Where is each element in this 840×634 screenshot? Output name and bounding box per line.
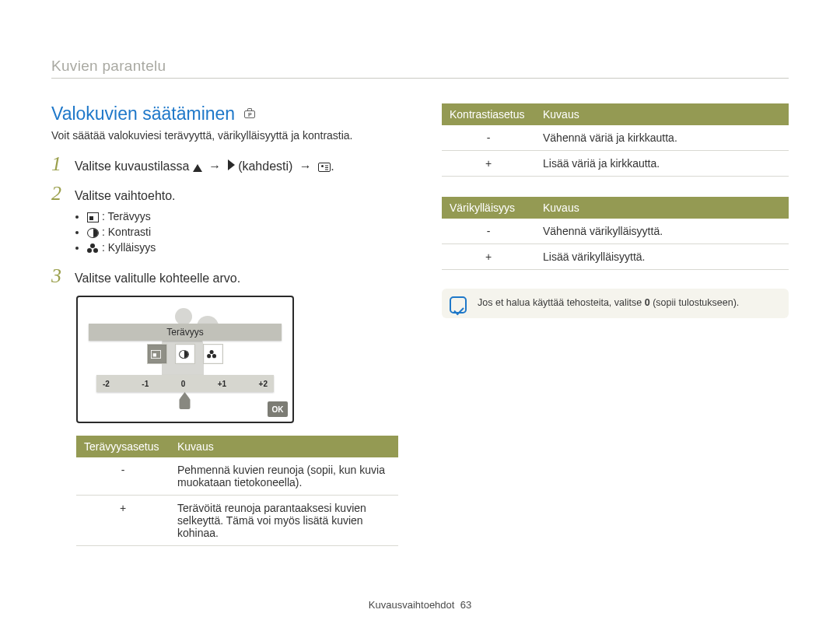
cell-sym: + [442, 151, 535, 177]
table-row: - Pehmennä kuvien reunoja (sopii, kun ku… [76, 457, 398, 496]
table-header-row: Kontrastiasetus Kuvaus [442, 103, 789, 125]
bullet-label: : Terävyys [102, 210, 151, 222]
note-check-icon [450, 296, 467, 313]
table-row: - Vähennä väriä ja kirkkautta. [442, 125, 789, 151]
arrow-icon: → [299, 159, 312, 173]
columns: Valokuvien säätäminen P Voit säätää valo… [51, 103, 789, 546]
menu-up-icon [193, 164, 202, 172]
scale-p1: +1 [218, 380, 226, 388]
step-number: 1 [51, 152, 67, 176]
saturation-icon [87, 243, 99, 254]
right-column: Kontrastiasetus Kuvaus - Vähennä väriä j… [442, 103, 789, 546]
screen-tab-contrast[interactable] [175, 344, 195, 364]
table-row: + Terävöitä reunoja parantaaksesi kuvien… [76, 496, 398, 546]
cell-desc: Vähennä väriä ja kirkkautta. [535, 125, 789, 151]
scale-pointer[interactable] [180, 392, 191, 409]
step1-period: . [331, 159, 334, 173]
camera-screen-mock: Terävyys .icon-tile.sel .sharp-sq::after… [76, 296, 294, 423]
bullet-label: : Kontrasti [102, 226, 151, 238]
cell-desc: Lisää väriä ja kirkkautta. [535, 151, 789, 177]
cell-desc: Lisää värikylläisyyttä. [535, 244, 789, 270]
screen-title-bar: Terävyys [89, 324, 282, 341]
sharpness-icon: .icon-tile.sel .sharp-sq::after{backgrou… [151, 349, 161, 358]
sharpness-icon [87, 212, 99, 222]
cell-sym: - [76, 457, 170, 496]
arrow-icon: → [208, 159, 221, 173]
screen-tab-saturation[interactable] [203, 344, 223, 364]
note-bold: 0 [645, 297, 650, 308]
bullet-contrast: : Kontrasti [87, 226, 398, 238]
th-desc: Kuvaus [535, 197, 789, 219]
footer-label: Kuvausvaihtoehdot [369, 599, 455, 611]
screen-icon-row: .icon-tile.sel .sharp-sq::after{backgrou… [147, 344, 223, 364]
step1-prefix: Valitse kuvaustilassa [75, 159, 189, 173]
step-text: Valitse valitulle kohteelle arvo. [75, 270, 240, 287]
saturation-icon [207, 349, 217, 358]
bullet-label: : Kylläisyys [102, 241, 156, 254]
sharpness-table: Terävyysasetus Kuvaus - Pehmennä kuvien … [76, 436, 398, 546]
step-text: Valitse vaihtoehto. [75, 187, 176, 205]
page: Kuvien parantelu Valokuvien säätäminen P… [0, 0, 840, 634]
table-header-row: Värikylläisyys Kuvaus [442, 197, 789, 219]
th-setting: Terävyysasetus [76, 436, 170, 457]
contrast-icon [179, 349, 189, 358]
table-row: - Vähennä värikylläisyyttä. [442, 219, 789, 244]
scale-p2: +2 [259, 380, 268, 388]
th-desc: Kuvaus [170, 436, 398, 457]
steps-list-cont: 3 Valitse valitulle kohteelle arvo. [51, 264, 398, 288]
cell-sym: + [442, 244, 535, 270]
scale-0: 0 [181, 380, 186, 388]
step1-mid: (kahdesti) [238, 159, 292, 173]
th-setting: Värikylläisyys [442, 197, 535, 219]
step-1: 1 Valitse kuvaustilassa → (kahdesti) → . [51, 152, 398, 176]
step-2: 2 Valitse vaihtoehto. [51, 182, 398, 205]
screen-scale[interactable]: -2 -1 0 +1 +2 [96, 375, 274, 392]
intro-text: Voit säätää valokuviesi terävyyttä, väri… [51, 129, 398, 142]
cell-sym: - [442, 125, 535, 151]
contrast-icon [87, 228, 99, 238]
bullet-saturation: : Kylläisyys [87, 241, 398, 254]
table-header-row: Terävyysasetus Kuvaus [76, 436, 398, 457]
info-note: Jos et halua käyttää tehosteita, valitse… [442, 289, 789, 318]
footer-page: 63 [460, 599, 471, 611]
camera-p-mode-icon: P [243, 109, 257, 120]
table-row: + Lisää värikylläisyyttä. [442, 244, 789, 270]
bullet-sharpness: : Terävyys [87, 210, 398, 222]
page-footer: Kuvausvaihtoehdot 63 [0, 599, 840, 611]
step-number: 2 [51, 182, 67, 205]
step-number: 3 [51, 264, 67, 288]
contrast-table: Kontrastiasetus Kuvaus - Vähennä väriä j… [442, 103, 789, 177]
cell-desc: Terävöitä reunoja parantaaksesi kuvien s… [170, 496, 398, 546]
cell-desc: Pehmennä kuvien reunoja (sopii, kun kuvi… [170, 457, 398, 496]
note-pre: Jos et halua käyttää tehosteita, valitse [478, 297, 645, 308]
option-bullets: : Terävyys : Kontrasti : Kylläisyys [76, 210, 398, 254]
page-heading: Valokuvien säätäminen [51, 103, 235, 124]
th-setting: Kontrastiasetus [442, 103, 535, 125]
cell-desc: Vähennä värikylläisyyttä. [535, 219, 789, 244]
section-header: Kuvien parantelu [51, 58, 789, 75]
heading-row: Valokuvien säätäminen P [51, 103, 398, 124]
step-text: Valitse kuvaustilassa → (kahdesti) → . [75, 158, 334, 175]
note-post: (sopii tulostukseen). [650, 297, 740, 308]
cell-sym: - [442, 219, 535, 244]
step-3: 3 Valitse valitulle kohteelle arvo. [51, 264, 398, 288]
scale-m2: -2 [103, 380, 110, 388]
steps-list: 1 Valitse kuvaustilassa → (kahdesti) → .… [51, 152, 398, 205]
cell-sym: + [76, 496, 170, 546]
th-desc: Kuvaus [535, 103, 789, 125]
left-column: Valokuvien säätäminen P Voit säätää valo… [51, 103, 398, 546]
table-row: + Lisää väriä ja kirkkautta. [442, 151, 789, 177]
chevron-right-icon [228, 159, 235, 170]
scale-m1: -1 [142, 380, 149, 388]
saturation-table: Värikylläisyys Kuvaus - Vähennä värikyll… [442, 197, 789, 270]
image-adjust-icon [318, 163, 331, 172]
divider [51, 78, 789, 79]
ok-button[interactable]: OK [268, 401, 288, 417]
screen-tab-sharpness[interactable]: .icon-tile.sel .sharp-sq::after{backgrou… [147, 344, 167, 364]
